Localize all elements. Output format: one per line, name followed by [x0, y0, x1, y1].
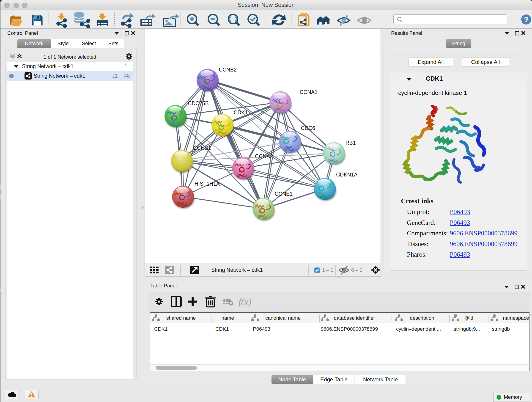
svg-text:?: ? [524, 15, 529, 24]
svg-text:CCNB2: CCNB2 [219, 67, 237, 73]
svg-text:name: name [221, 315, 234, 321]
svg-text:0 – 0: 0 – 0 [351, 267, 362, 273]
svg-text:CCNA2: CCNA2 [255, 153, 273, 159]
svg-text:CDK1: CDK1 [234, 109, 248, 115]
svg-text:namespace: namespace [503, 315, 529, 321]
svg-text:CCNA1: CCNA1 [300, 89, 317, 95]
svg-text:CDC6: CDC6 [301, 125, 315, 131]
svg-text:CDC25B: CDC25B [188, 100, 209, 106]
svg-text:f(x): f(x) [239, 297, 251, 307]
svg-text:String Network – cdk1: String Network – cdk1 [211, 267, 263, 273]
svg-text:HIST1H1A: HIST1H1A [195, 181, 220, 187]
svg-text:shared name: shared name [166, 315, 196, 321]
svg-text:description: description [410, 315, 434, 321]
svg-text:RB1: RB1 [346, 140, 356, 146]
svg-text:CCNB1: CCNB1 [193, 145, 211, 151]
svg-text:@id: @id [464, 315, 473, 321]
svg-text:database identifier: database identifier [334, 315, 375, 321]
svg-text:1 – 0: 1 – 0 [322, 267, 333, 273]
svg-text:CDKN1A: CDKN1A [336, 172, 358, 178]
svg-text:CCNE1: CCNE1 [275, 191, 293, 197]
svg-text:canonical name: canonical name [265, 315, 301, 321]
